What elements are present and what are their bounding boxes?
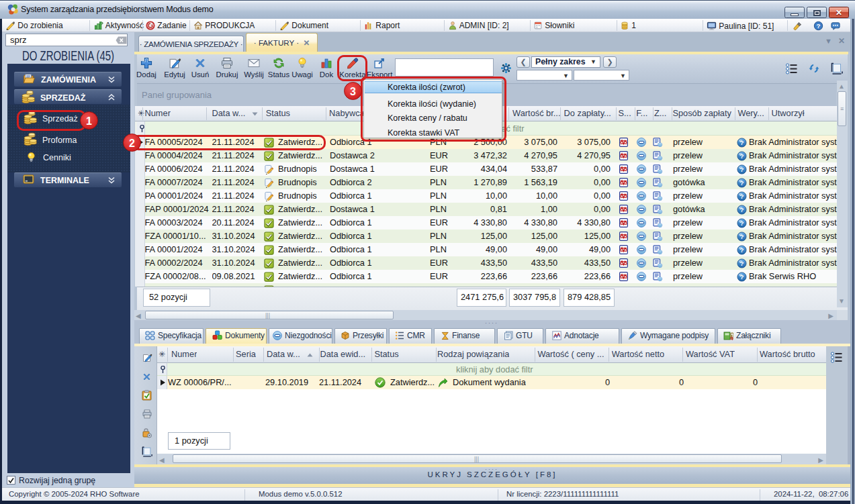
svg-text:?: ?: [739, 246, 744, 254]
svg-text:?: ?: [739, 193, 744, 200]
svg-text:?: ?: [739, 233, 744, 240]
svg-text:?: ?: [739, 179, 744, 187]
svg-text:?: ?: [739, 139, 744, 146]
svg-text:?: ?: [739, 260, 744, 267]
svg-text:?: ?: [739, 152, 744, 160]
svg-text:g: g: [730, 335, 733, 341]
svg-text:?: ?: [739, 206, 744, 213]
svg-text:?: ?: [739, 166, 744, 173]
svg-text:?: ?: [739, 219, 744, 227]
svg-text:?: ?: [739, 273, 744, 281]
